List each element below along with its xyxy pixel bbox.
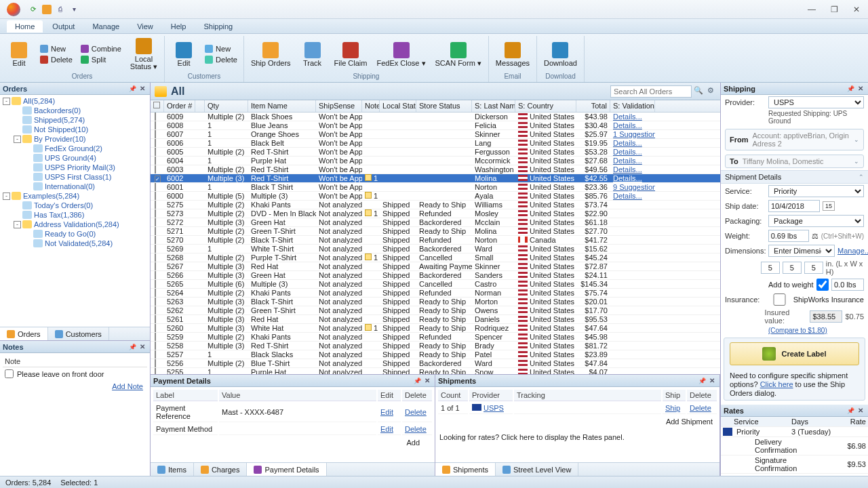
tree-node[interactable]: Not Validated (5,284) bbox=[0, 239, 150, 248]
rates-grid[interactable]: Priority3 (Tuesday)Delivery Confirmation… bbox=[721, 427, 868, 476]
payment-add-link[interactable]: Add bbox=[406, 439, 420, 447]
note-checkbox[interactable] bbox=[5, 369, 14, 378]
tree-node[interactable]: -By Provider (10) bbox=[0, 134, 150, 144]
config-link[interactable]: Click here bbox=[760, 380, 793, 388]
add-note-link[interactable]: Add Note bbox=[112, 382, 143, 390]
search-input[interactable] bbox=[610, 85, 692, 98]
col-header[interactable]: Local Status bbox=[380, 100, 416, 112]
menu-view[interactable]: View bbox=[129, 20, 161, 33]
order-row[interactable]: 5275Multiple (2)Khaki PantsNot analyzedS… bbox=[151, 201, 720, 209]
col-header[interactable]: Item Name bbox=[248, 100, 316, 112]
col-header[interactable]: S: Country bbox=[515, 100, 576, 112]
tree-node[interactable]: -Address Validation (5,284) bbox=[0, 220, 150, 229]
order-row[interactable]: 60061Black BeltWon't be AppliedLangUnite… bbox=[151, 139, 720, 148]
close-icon[interactable]: ✕ bbox=[138, 343, 147, 350]
delete-link[interactable]: Delete bbox=[405, 408, 427, 416]
dim-l[interactable] bbox=[761, 262, 780, 274]
delete-link[interactable]: Delete bbox=[405, 425, 427, 433]
dim-h[interactable] bbox=[804, 262, 823, 274]
validation-link[interactable]: Details... bbox=[613, 139, 642, 147]
create-label-button[interactable]: Create Label bbox=[730, 342, 859, 365]
tab-charges[interactable]: Charges bbox=[194, 463, 248, 476]
tree-node[interactable]: Ready to Go (0) bbox=[0, 229, 150, 239]
close-icon[interactable]: ✕ bbox=[707, 377, 717, 384]
rates-hint-link[interactable]: here bbox=[519, 433, 534, 441]
ribbon-download[interactable]: Download bbox=[541, 41, 580, 68]
tree-node[interactable]: USPS Priority Mail (3) bbox=[0, 163, 150, 172]
edit-link[interactable]: Edit bbox=[380, 425, 393, 433]
tree-node[interactable]: Not Shipped (10) bbox=[0, 125, 150, 134]
tab-customers[interactable]: Customers bbox=[48, 327, 109, 340]
tree-expander[interactable]: - bbox=[14, 136, 21, 143]
order-row[interactable]: 6000Multiple (5)Multiple (3)Won't be App… bbox=[151, 192, 720, 201]
order-row[interactable]: 5267Multiple (3)Red HatNot analyzedShipp… bbox=[151, 262, 720, 271]
ribbon-file-claim[interactable]: File Claim bbox=[332, 41, 370, 68]
service-select[interactable]: Priority bbox=[768, 185, 864, 197]
order-row[interactable]: 5271Multiple (2)Green T-ShirtNot analyze… bbox=[151, 227, 720, 236]
ribbon-delete[interactable]: Delete bbox=[38, 55, 75, 64]
col-header[interactable]: Order # bbox=[164, 100, 195, 112]
validation-link[interactable]: Details... bbox=[613, 192, 642, 200]
order-row[interactable]: 60071Orange ShoesWon't be AppliedSkinner… bbox=[151, 130, 720, 139]
dim-w[interactable] bbox=[783, 262, 802, 274]
tree-node[interactable]: International (0) bbox=[0, 182, 150, 191]
order-row[interactable]: 5266Multiple (3)Green HatNot analyzedShi… bbox=[151, 271, 720, 280]
tree-node[interactable]: UPS Ground (4) bbox=[0, 153, 150, 163]
validation-link[interactable]: Details... bbox=[613, 148, 642, 156]
close-button[interactable]: ✕ bbox=[853, 5, 860, 14]
tab-street-level-view[interactable]: Street Level View bbox=[496, 463, 578, 476]
pin-icon[interactable]: 📌 bbox=[697, 378, 707, 384]
tab-shipments[interactable]: Shipments bbox=[435, 463, 496, 476]
tree-expander[interactable]: - bbox=[3, 98, 10, 105]
tree-node[interactable]: FedEx Ground (2) bbox=[0, 144, 150, 153]
manage-dims-link[interactable]: Manage... bbox=[837, 247, 868, 255]
order-row[interactable]: 5262Multiple (2)Green T-ShirtNot analyze… bbox=[151, 306, 720, 315]
validation-link[interactable]: Details... bbox=[613, 174, 642, 182]
ribbon-scan-form-[interactable]: SCAN Form ▾ bbox=[433, 41, 484, 68]
minimize-button[interactable]: — bbox=[808, 5, 816, 14]
grid-options-icon[interactable]: ⚙ bbox=[705, 86, 716, 97]
tab-payment-details[interactable]: Payment Details bbox=[247, 463, 326, 476]
ribbon-edit[interactable]: Edit bbox=[169, 41, 199, 68]
order-row[interactable]: 52691White T-ShirtNot analyzedShippedBac… bbox=[151, 245, 720, 253]
tree-node[interactable]: Today's Orders (0) bbox=[0, 201, 150, 210]
rate-row[interactable]: Priority3 (Tuesday) bbox=[721, 427, 868, 437]
order-row[interactable]: 5273Multiple (2)DVD - Men In BlackNot an… bbox=[151, 209, 720, 218]
pin-icon[interactable]: 📌 bbox=[412, 378, 422, 384]
shipment-details-header[interactable]: Shipment Details⌃ bbox=[721, 170, 868, 184]
menu-output[interactable]: Output bbox=[44, 20, 83, 33]
col-header[interactable]: S: Last Name bbox=[472, 100, 515, 112]
col-header[interactable]: S: Validation Suggestion bbox=[610, 100, 655, 112]
ribbon-new[interactable]: New bbox=[203, 44, 239, 54]
close-icon[interactable]: ✕ bbox=[138, 85, 147, 92]
add-weight-input[interactable] bbox=[831, 279, 864, 291]
add-shipment-link[interactable]: Add Shipment bbox=[666, 418, 713, 426]
add-weight-checkbox[interactable] bbox=[816, 279, 829, 291]
ribbon-delete[interactable]: Delete bbox=[203, 55, 239, 64]
packaging-select[interactable]: Package bbox=[768, 215, 864, 227]
shipdate-input[interactable] bbox=[768, 200, 820, 212]
validation-link[interactable]: Details... bbox=[613, 121, 642, 129]
pin-icon[interactable]: 📌 bbox=[127, 344, 138, 350]
menu-shipping[interactable]: Shipping bbox=[195, 20, 241, 33]
weight-input[interactable] bbox=[768, 230, 809, 242]
insurance-checkbox[interactable] bbox=[768, 293, 791, 306]
rate-row[interactable]: Delivery Confirmation$6.98 bbox=[721, 437, 868, 455]
tree-node[interactable]: Shipped (5,274) bbox=[0, 115, 150, 125]
order-row[interactable]: ✓6002Multiple (3)Red T-ShirtWon't be App… bbox=[151, 174, 720, 183]
col-header[interactable] bbox=[195, 100, 205, 112]
order-row[interactable]: 5264Multiple (2)Khaki PantsNot analyzedS… bbox=[151, 289, 720, 298]
col-header[interactable]: Qty bbox=[205, 100, 248, 112]
tree-node[interactable]: USPS First Class (1) bbox=[0, 172, 150, 182]
col-header[interactable]: Notes bbox=[362, 100, 380, 112]
qat-refresh-icon[interactable]: ⟳ bbox=[28, 5, 38, 14]
pin-icon[interactable]: 📌 bbox=[846, 85, 856, 92]
to-address[interactable]: ToTiffany Molina, Domestic⌄ bbox=[725, 155, 864, 168]
validation-link[interactable]: Details... bbox=[613, 165, 642, 174]
tree-expander[interactable]: - bbox=[14, 221, 21, 228]
menu-manage[interactable]: Manage bbox=[84, 20, 127, 33]
scale-icon[interactable]: ⚖ bbox=[812, 232, 818, 241]
order-row[interactable]: 5260Multiple (3)White HatNot analyzed 1S… bbox=[151, 324, 720, 333]
order-row[interactable]: 5258Multiple (3)Red T-ShirtNot analyzedS… bbox=[151, 342, 720, 350]
tree-node[interactable]: -Examples (5,284) bbox=[0, 191, 150, 201]
